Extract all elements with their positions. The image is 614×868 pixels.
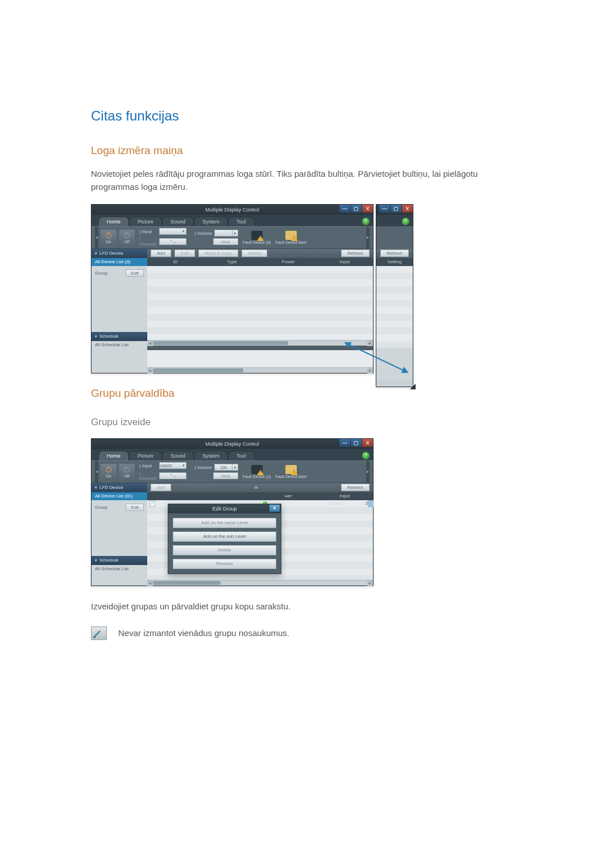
sidebar-section-lfd[interactable]: LFD Device [92, 483, 147, 492]
delete-button[interactable]: Delete [242, 250, 267, 257]
volume-spin-icon[interactable]: ▸ [233, 230, 238, 236]
overlay-help-icon[interactable]: ? [402, 218, 409, 225]
channel-spinner[interactable]: ⌃⌄ [159, 472, 186, 479]
overlay-min-button[interactable]: — [379, 205, 390, 213]
add-button[interactable]: Add [151, 484, 171, 491]
tab-tool[interactable]: Tool [228, 451, 255, 460]
overlay-refresh-button[interactable]: Refresh [380, 250, 409, 257]
group-paragraph: Izveidojiet grupas un pārvaldiet grupu k… [91, 600, 523, 613]
scroll-left-icon[interactable]: ◂ [147, 580, 153, 586]
volume-spin-icon[interactable]: ▸ [233, 464, 238, 471]
add-button[interactable]: Add [151, 250, 171, 257]
fault-device-alert[interactable]: Fault Device Alert [275, 465, 306, 479]
sidebar-all-schedule-list[interactable]: All Schedule List [92, 565, 147, 573]
input-select[interactable] [159, 228, 186, 235]
tab-sound[interactable]: Sound [162, 217, 194, 226]
h-scrollbar[interactable]: ◂ ▸ [147, 580, 373, 585]
tab-picture[interactable]: Picture [129, 451, 162, 460]
move-copy-button[interactable]: Move & Copy [198, 250, 238, 257]
col-input[interactable]: Input [317, 258, 373, 266]
volume-value[interactable] [214, 230, 233, 236]
power-on-button[interactable]: On [101, 464, 117, 480]
overlay-close-button[interactable]: X [401, 205, 413, 213]
sidebar-all-schedule-list[interactable]: All Schedule List [92, 341, 147, 349]
tab-tool[interactable]: Tool [228, 217, 255, 226]
power-on-button[interactable]: On [101, 230, 117, 246]
col-type[interactable]: Type [204, 258, 260, 266]
scroll-left-icon[interactable]: ◂ [147, 340, 153, 346]
dialog-close-button[interactable]: X [269, 505, 280, 512]
close-button[interactable]: X [362, 205, 373, 213]
action-bar: Add te Refresh [147, 483, 373, 492]
maximize-button[interactable]: ▢ [350, 439, 362, 447]
pager-left-icon[interactable]: ◂ [95, 461, 98, 483]
scroll-right-icon[interactable]: ▸ [376, 381, 413, 387]
minimize-button[interactable]: — [339, 439, 350, 447]
dialog-titlebar[interactable]: Edit Group X [168, 504, 281, 513]
col-power[interactable]: Power [260, 258, 317, 266]
dialog-delete[interactable]: Delete [173, 545, 276, 555]
pager-right-icon[interactable]: ▸ [366, 461, 370, 483]
tab-home[interactable]: Home [98, 451, 129, 460]
dialog-rename[interactable]: Rename [173, 559, 276, 569]
fault-device-count[interactable]: Fault Device (0) [243, 231, 271, 244]
group-edit-button[interactable]: Edit [126, 504, 144, 511]
tab-sound[interactable]: Sound [162, 451, 194, 460]
tab-picture[interactable]: Picture [129, 217, 162, 226]
col-power[interactable]: wer [260, 492, 317, 500]
sidebar-all-device-list[interactable]: All Device List (0) [92, 258, 147, 266]
mute-button[interactable]: Mute [213, 472, 238, 479]
titlebar[interactable]: Multiple Display Control — ▢ X [92, 439, 373, 449]
pager-left-icon[interactable]: ◂ [95, 227, 98, 248]
table-header: ID Type Power Input [147, 258, 373, 266]
sidebar-section-lfd[interactable]: LFD Device [92, 249, 147, 258]
fault-count-label: Fault Device (2) [243, 475, 271, 479]
help-icon[interactable]: ? [362, 218, 370, 225]
tab-home[interactable]: Home [98, 217, 129, 226]
group-edit-button[interactable]: Edit [126, 269, 144, 277]
volume-label: | Volume [194, 465, 213, 470]
action-bar: Add Edit Move & Copy Delete Refresh [147, 249, 373, 258]
volume-value[interactable]: 100 [214, 464, 233, 471]
sidebar-section-schedule[interactable]: Schedule [92, 556, 147, 565]
fault-device-count[interactable]: Fault Device (2) [243, 465, 271, 479]
sidebar-section-schedule[interactable]: Schedule [92, 332, 147, 341]
dialog-add-sub-level[interactable]: Add on the sub Level [173, 531, 276, 542]
app-window-group: Multiple Display Control — ▢ X Home Pict… [91, 438, 374, 586]
scroll-left-icon[interactable]: ◂ [147, 368, 153, 373]
refresh-button[interactable]: Refresh [341, 250, 370, 257]
sidebar-all-device-list[interactable]: All Device List (01) [92, 492, 147, 500]
scroll-thumb[interactable] [153, 341, 288, 345]
fault-device-alert[interactable]: Fault Device Alert [275, 231, 306, 244]
refresh-button[interactable]: Refresh [341, 484, 370, 491]
dialog-add-same-level[interactable]: Add on the same Level [173, 518, 276, 528]
power-off-button[interactable]: Off [119, 464, 135, 480]
power-on-label: On [106, 474, 111, 478]
tab-system[interactable]: System [194, 217, 228, 226]
input-select[interactable]: HDMI2 [159, 462, 186, 469]
col-id[interactable]: ID [147, 258, 204, 266]
minimize-button[interactable]: — [339, 205, 350, 213]
maximize-button[interactable]: ▢ [350, 205, 362, 213]
help-icon[interactable]: ? [362, 452, 370, 459]
fault-count-label: Fault Device (0) [243, 240, 271, 244]
tab-system[interactable]: System [194, 451, 228, 460]
scroll-thumb[interactable] [153, 581, 221, 585]
screenshot-group: Multiple Display Control — ▢ X Home Pict… [91, 438, 374, 586]
scroll-thumb[interactable] [153, 368, 243, 372]
resize-grip-icon[interactable] [410, 384, 416, 389]
pager-right-icon[interactable]: ▸ [366, 227, 370, 248]
close-button[interactable]: X [362, 439, 373, 447]
row-input-value: HDMI2 [301, 500, 373, 507]
titlebar[interactable]: Multiple Display Control — ▢ X [92, 205, 373, 215]
overlay-max-button[interactable]: ▢ [390, 205, 401, 213]
edit-button[interactable]: Edit [175, 250, 195, 257]
power-off-button[interactable]: Off [119, 230, 135, 246]
scroll-right-icon[interactable]: ▸ [367, 580, 373, 586]
channel-spinner[interactable]: ⌃⌄ [159, 238, 186, 245]
mute-button[interactable]: Mute [213, 238, 238, 245]
row-checkbox[interactable]: ✓ [150, 501, 155, 506]
overlay-col-setting[interactable]: Setting [376, 258, 413, 266]
overlay-scrollbar[interactable]: ▸ [376, 381, 413, 387]
col-input[interactable]: Input [317, 492, 373, 500]
